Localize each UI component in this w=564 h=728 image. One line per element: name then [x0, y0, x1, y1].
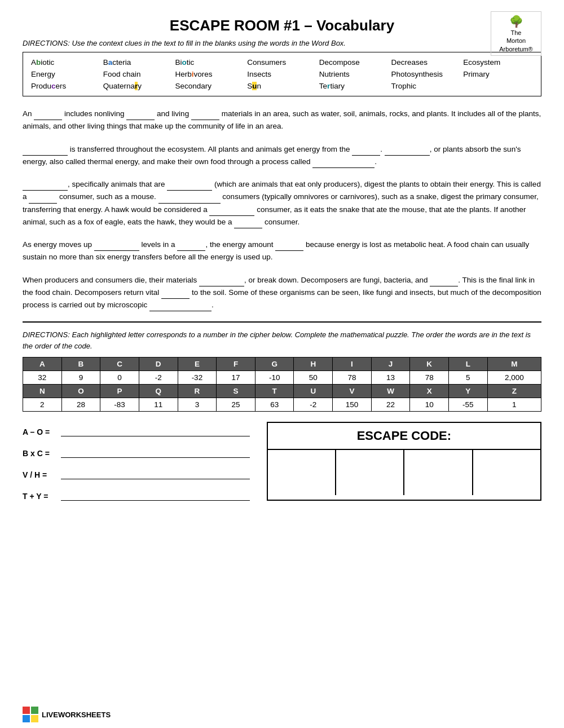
math-input-vh[interactable]: [61, 468, 250, 479]
cipher-val-D: -2: [139, 371, 178, 385]
section-divider: [23, 321, 541, 323]
svg-rect-0: [23, 707, 30, 714]
cipher-val-J: 13: [371, 371, 410, 385]
lw-icon: [23, 707, 38, 722]
cipher-val-S: 25: [217, 398, 255, 412]
cipher-header-L: L: [449, 358, 488, 371]
svg-rect-1: [31, 707, 38, 714]
word-primary: Primary: [463, 70, 533, 78]
cipher-val-N: 2: [23, 398, 62, 412]
bottom-section: A – O = B x C = V / H = T + Y = ESCAPE C…: [23, 422, 541, 501]
cipher-header-J: J: [371, 358, 410, 371]
cipher-header-Q: Q: [139, 385, 178, 398]
cipher-val-O: 28: [61, 398, 100, 412]
cipher-val-Y: -55: [449, 398, 488, 412]
word-trophic: Trophic: [391, 82, 461, 90]
cipher-header-W: W: [371, 385, 410, 398]
cipher-val-Z: 1: [487, 398, 541, 412]
cipher-header-H: H: [294, 358, 333, 371]
footer: LIVEWORKSHEETS: [23, 707, 111, 722]
cipher-header-U: U: [294, 385, 333, 398]
cipher-val-G: -10: [255, 371, 294, 385]
svg-rect-2: [23, 715, 30, 722]
paragraph-5: When producers and consumers die, their …: [23, 274, 541, 312]
paragraph-2: is transferred throughout the ecosystem.…: [23, 143, 541, 169]
word-ecosystem: Ecosystem: [463, 58, 533, 67]
cipher-val-M: 2,000: [487, 371, 541, 385]
math-input-bc[interactable]: [61, 447, 250, 458]
tree-icon: 🌳: [495, 14, 537, 29]
cipher-header-C: C: [100, 358, 139, 371]
cipher-header-Y: Y: [449, 385, 488, 398]
cipher-header-N: N: [23, 385, 62, 398]
cipher-header-A: A: [23, 358, 62, 371]
escape-code-cell-2[interactable]: [336, 450, 404, 495]
cipher-val-K: 78: [410, 371, 449, 385]
word-producers: Producers: [31, 82, 101, 90]
math-label-ty: T + Y =: [23, 492, 56, 501]
cipher-header-I: I: [333, 358, 372, 371]
arboretum-logo: 🌳 The Morton Arboretum®: [491, 11, 541, 56]
word-herbivores: Herbivores: [175, 70, 245, 78]
logo-line3: Arboretum®: [495, 45, 537, 53]
cipher-header-Z: Z: [487, 385, 541, 398]
math-row-bc: B x C =: [23, 447, 250, 458]
cipher-header-B: B: [61, 358, 100, 371]
cipher-val-F: 17: [217, 371, 255, 385]
word-box: Abiotic Bacteria Biotic Consumers Decomp…: [23, 52, 541, 96]
cipher-header-R: R: [178, 385, 217, 398]
cipher-val-W: 22: [371, 398, 410, 412]
cipher-header-M: M: [487, 358, 541, 371]
cipher-val-U: -2: [294, 398, 333, 412]
word-decompose: Decompose: [319, 58, 389, 67]
cipher-header-K: K: [410, 358, 449, 371]
cipher-val-T: 63: [255, 398, 294, 412]
cipher-table: A B C D E F G H I J K L M 32 9 0 -2 -32 …: [23, 357, 541, 412]
word-consumers: Consumers: [247, 58, 317, 67]
math-row-ao: A – O =: [23, 425, 250, 436]
escape-code-title: ESCAPE CODE:: [268, 423, 540, 450]
cipher-val-H: 50: [294, 371, 333, 385]
cipher-val-E: -32: [178, 371, 217, 385]
word-placeholder: [463, 82, 533, 90]
escape-code-cell-4[interactable]: [473, 450, 540, 495]
word-decreases: Decreases: [391, 58, 461, 67]
escape-code-cell-3[interactable]: [404, 450, 473, 495]
footer-text: LIVEWORKSHEETS: [42, 711, 111, 719]
math-input-ao[interactable]: [61, 425, 250, 436]
word-bacteria: Bacteria: [103, 58, 173, 67]
escape-code-cell-1[interactable]: [268, 450, 336, 495]
math-label-bc: B x C =: [23, 449, 56, 458]
word-energy: Energy: [31, 70, 101, 78]
math-input-ty[interactable]: [61, 489, 250, 501]
cipher-header-F: F: [217, 358, 255, 371]
svg-rect-3: [31, 715, 38, 722]
cipher-val-B: 9: [61, 371, 100, 385]
cipher-val-P: -83: [100, 398, 139, 412]
math-row-vh: V / H =: [23, 468, 250, 479]
cipher-header-V: V: [333, 385, 372, 398]
escape-code-cells: [268, 450, 540, 495]
cipher-header-D: D: [139, 358, 178, 371]
cipher-header-P: P: [100, 385, 139, 398]
math-label-vh: V / H =: [23, 470, 56, 479]
word-foodchain: Food chain: [103, 70, 173, 78]
paragraph-1: An includes nonliving and living materia…: [23, 108, 541, 133]
cipher-header-X: X: [410, 385, 449, 398]
cipher-val-A: 32: [23, 371, 62, 385]
cipher-header-S: S: [217, 385, 255, 398]
math-row-ty: T + Y =: [23, 489, 250, 501]
page-title: ESCAPE ROOM #1 – Vocabulary: [23, 11, 541, 34]
cipher-val-R: 3: [178, 398, 217, 412]
math-label-ao: A – O =: [23, 427, 56, 436]
word-sun: Sun: [247, 82, 317, 90]
liveworksheets-logo: [23, 707, 38, 722]
word-nutrients: Nutrients: [319, 70, 389, 78]
cipher-val-V: 150: [333, 398, 372, 412]
cipher-header-O: O: [61, 385, 100, 398]
logo-line1: The: [495, 29, 537, 37]
cipher-val-L: 5: [449, 371, 488, 385]
word-insects: Insects: [247, 70, 317, 78]
word-tertiary: Tertiary: [319, 82, 389, 90]
cipher-val-X: 10: [410, 398, 449, 412]
